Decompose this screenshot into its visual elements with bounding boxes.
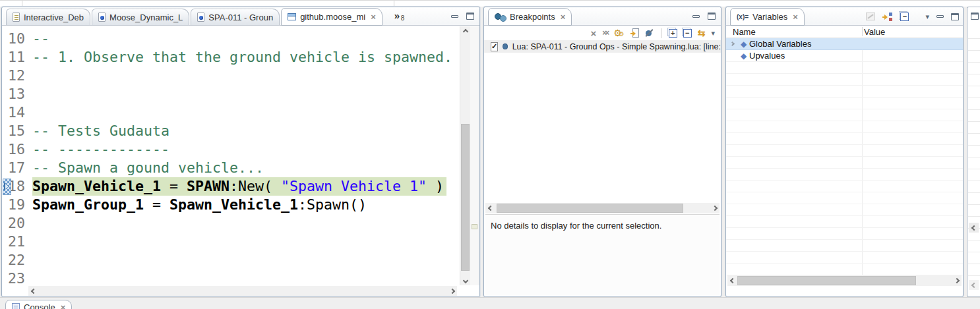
editor-tab-moose-dynamic[interactable]: Moose_Dynamic_L: [92, 9, 189, 25]
scroll-left-button[interactable]: [28, 286, 38, 296]
tab-label: Interactive_Deb: [24, 13, 84, 22]
code-lines[interactable]: 10--11-- 1. Observe that the ground vehi…: [3, 26, 460, 285]
editor-tab-github-moose[interactable]: github.moose_mi ×: [281, 8, 383, 26]
close-icon[interactable]: ×: [561, 13, 566, 21]
go-to-file-for-breakpoint-icon[interactable]: [630, 28, 639, 38]
tab-label: Variables: [752, 12, 787, 22]
close-icon[interactable]: ×: [61, 303, 66, 309]
code-line[interactable]: 11-- 1. Observe that the ground vehicle …: [3, 48, 460, 67]
chevron-left-icon: [971, 225, 976, 230]
annotation-marker[interactable]: [472, 224, 477, 229]
editor-tab-interactive-deb[interactable]: Interactive_Deb: [6, 9, 90, 25]
scrollbar-thumb[interactable]: [497, 204, 683, 213]
line-number[interactable]: 12: [3, 67, 32, 85]
column-header-name[interactable]: Name: [733, 27, 756, 37]
line-number[interactable]: 20: [3, 214, 32, 233]
scroll-up-button[interactable]: [460, 26, 470, 36]
line-number[interactable]: 10: [3, 30, 32, 48]
code-line[interactable]: 17-- Spawn a gound vehicle...: [3, 159, 460, 177]
code-line[interactable]: 10--: [3, 30, 460, 48]
column-header-value[interactable]: Value: [864, 27, 885, 37]
scroll-left-button[interactable]: [485, 204, 495, 213]
line-number[interactable]: 22: [3, 251, 32, 269]
scrollbar-track[interactable]: [38, 286, 447, 296]
variables-row-upvalues[interactable]: ◆ Upvalues: [726, 50, 963, 62]
remove-breakpoint-icon[interactable]: ×: [590, 28, 596, 38]
code-line[interactable]: 20: [3, 214, 460, 233]
line-number[interactable]: 16: [3, 140, 32, 159]
variable-name: Upvalues: [749, 51, 785, 61]
maximize-icon[interactable]: [708, 13, 716, 20]
skip-all-breakpoints-icon[interactable]: [645, 29, 654, 38]
tab-breakpoints[interactable]: Breakpoints ×: [488, 8, 572, 26]
variables-row-global-variables[interactable]: ◆ Global Variables: [726, 38, 963, 50]
code-editor[interactable]: 10--11-- 1. Observe that the ground vehi…: [3, 26, 460, 285]
line-number[interactable]: 21: [3, 233, 32, 251]
editor-vertical-scrollbar[interactable]: [460, 26, 470, 285]
code-line[interactable]: 15-- Tests Gudauta: [3, 122, 460, 140]
code-segment: :New(: [230, 178, 281, 194]
variables-empty-row: [726, 86, 963, 98]
column-divider[interactable]: [862, 27, 863, 36]
expand-chevron-icon[interactable]: [726, 42, 738, 45]
update-breakpoints-icon[interactable]: ⚙⚙: [613, 28, 625, 38]
tab-variables[interactable]: (x)= Variables ×: [730, 8, 805, 26]
minimize-icon[interactable]: [936, 15, 944, 18]
code-line[interactable]: 14: [3, 103, 460, 122]
breakpoint-list-item[interactable]: ✓ Lua: SPA-011 - Ground Ops - Simple Spa…: [484, 40, 721, 53]
link-with-debug-view-icon[interactable]: ⇆: [698, 28, 706, 38]
collapse-all-icon[interactable]: −: [683, 29, 692, 38]
code-line[interactable]: 12: [3, 67, 460, 85]
instruction-arrow-icon: [5, 184, 11, 189]
collapse-all-icon[interactable]: −: [900, 13, 909, 21]
scrollbar-thumb[interactable]: [461, 124, 470, 271]
show-type-names-icon[interactable]: [866, 13, 875, 20]
editor-horizontal-scrollbar[interactable]: [28, 286, 457, 296]
scroll-left-button[interactable]: [969, 280, 979, 290]
expand-all-icon[interactable]: +: [669, 29, 677, 38]
show-logical-structure-icon[interactable]: [882, 13, 893, 21]
line-number[interactable]: 23: [3, 269, 32, 285]
breakpoint-enabled-checkbox[interactable]: ✓: [491, 42, 498, 51]
close-icon[interactable]: ×: [793, 13, 798, 21]
line-number[interactable]: 19: [3, 196, 32, 214]
scroll-right-button[interactable]: [952, 276, 962, 286]
code-line[interactable]: 16-- -------------: [3, 140, 460, 159]
scroll-left-button[interactable]: [969, 223, 979, 233]
variables-toolbar: − ▾: [866, 7, 959, 26]
view-menu-icon[interactable]: ▾: [711, 30, 715, 37]
code-line[interactable]: 18Spawn_Vehicle_1 = SPAWN:New( "Spawn Ve…: [3, 177, 460, 196]
maximize-icon[interactable]: [971, 13, 979, 20]
close-icon[interactable]: ×: [371, 13, 376, 21]
maximize-icon[interactable]: [951, 13, 959, 20]
view-menu-icon[interactable]: ▾: [925, 13, 929, 20]
minimize-icon[interactable]: [451, 15, 458, 18]
line-number[interactable]: 15: [3, 122, 32, 140]
more-tabs-chevron[interactable]: » 8: [394, 10, 400, 21]
scroll-right-button[interactable]: [447, 286, 457, 296]
line-number[interactable]: 11: [3, 48, 32, 67]
variables-horizontal-scrollbar[interactable]: [727, 275, 962, 286]
scrollbar-track[interactable]: [737, 275, 952, 286]
line-number[interactable]: 13: [3, 85, 32, 103]
code-line[interactable]: 21: [3, 233, 460, 251]
code-line[interactable]: 23: [3, 269, 460, 285]
line-number[interactable]: 14: [3, 103, 32, 122]
maximize-icon[interactable]: [466, 13, 474, 20]
scroll-right-button[interactable]: [710, 204, 720, 213]
overview-ruler[interactable]: [470, 26, 479, 285]
variables-empty-row: [726, 145, 963, 157]
scrollbar-track[interactable]: [495, 203, 710, 213]
breakpoints-horizontal-scrollbar[interactable]: [485, 203, 720, 213]
scrollbar-thumb[interactable]: [737, 276, 916, 285]
remove-all-breakpoints-icon[interactable]: ××: [602, 29, 607, 37]
code-line[interactable]: 22: [3, 251, 460, 269]
tab-console[interactable]: Console ×: [5, 300, 72, 309]
scroll-down-button[interactable]: [460, 275, 470, 285]
code-line[interactable]: 13: [3, 85, 460, 103]
scroll-left-button[interactable]: [727, 276, 737, 286]
code-line[interactable]: 19Spawn_Group_1 = Spawn_Vehicle_1:Spawn(…: [3, 196, 460, 214]
line-number[interactable]: 17: [3, 159, 32, 177]
minimize-icon[interactable]: [692, 15, 700, 18]
editor-tab-spa-011[interactable]: SPA-011 - Groun: [191, 9, 280, 25]
